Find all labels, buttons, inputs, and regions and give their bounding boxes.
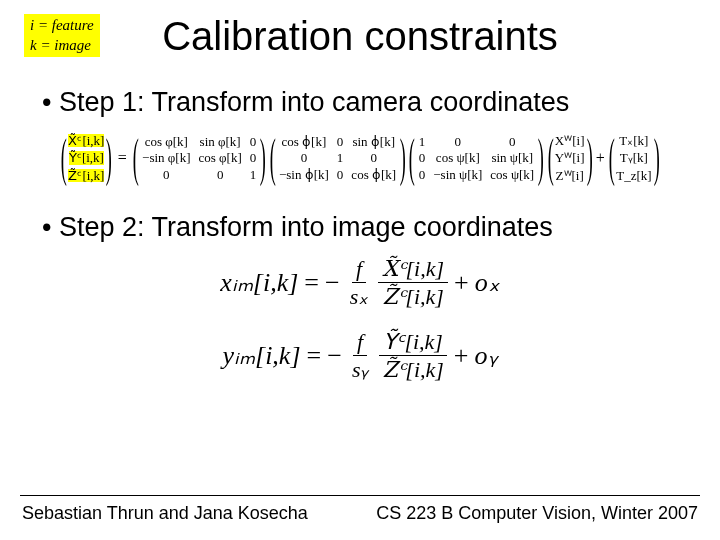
footer: Sebastian Thrun and Jana Kosecha CS 223 … — [22, 503, 698, 524]
legend-box: i = feature k = image — [24, 14, 100, 57]
footer-right: CS 223 B Computer Vision, Winter 2007 — [376, 503, 698, 524]
rot-phi: ( cos φ[k]sin φ[k]0 −sin φ[k]cos φ[k]0 0… — [131, 132, 268, 184]
lhs-y: Ỹᶜ[i,k] — [69, 151, 104, 165]
footer-divider — [20, 495, 700, 496]
page-title: Calibration constraints — [0, 14, 720, 59]
eq2-x: xᵢₘ[i,k] = − f sₓ X̃ᶜ[i,k] Z̃ᶜ[i,k] + oₓ — [220, 257, 499, 308]
translation-vector: ( Tₓ[k] Tᵧ[k] T_z[k] ) — [607, 132, 661, 184]
lhs-z: Z̃ᶜ[i,k] — [68, 169, 104, 183]
legend-line-2: k = image — [30, 36, 94, 56]
bullet-step1: Step 1: Transform into camera coordinate… — [42, 87, 720, 118]
lhs-vector: ( X̃ᶜ[i,k] Ỹᶜ[i,k] Z̃ᶜ[i,k] ) — [59, 132, 114, 184]
equation-step1: ( X̃ᶜ[i,k] Ỹᶜ[i,k] Z̃ᶜ[i,k] ) = ( cos φ[… — [0, 132, 720, 184]
bullet-step2: Step 2: Transform into image coordinates — [42, 212, 720, 243]
rot-theta: ( cos ϕ[k]0sin ϕ[k] 010 −sin ϕ[k]0cos ϕ[… — [268, 132, 408, 184]
world-vector: ( Xᵂ[i] Yᵂ[i] Zᵂ[i] ) — [546, 132, 594, 184]
plus-sign: + — [596, 150, 605, 167]
equation-step2: xᵢₘ[i,k] = − f sₓ X̃ᶜ[i,k] Z̃ᶜ[i,k] + oₓ… — [0, 257, 720, 381]
eq2-y: yᵢₘ[i,k] = − f sᵧ Ỹᶜ[i,k] Z̃ᶜ[i,k] + oᵧ — [222, 330, 497, 381]
legend-line-1: i = feature — [30, 16, 94, 36]
equals-sign: = — [118, 150, 127, 167]
rot-psi: ( 100 0cos ψ[k]sin ψ[k] 0−sin ψ[k]cos ψ[… — [407, 132, 545, 184]
lhs-x: X̃ᶜ[i,k] — [68, 134, 104, 148]
footer-left: Sebastian Thrun and Jana Kosecha — [22, 503, 308, 524]
